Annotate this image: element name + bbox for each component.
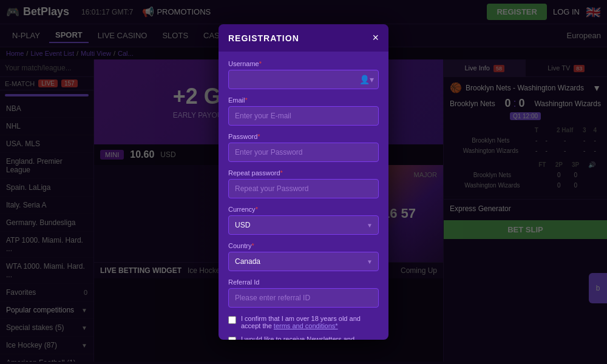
terms-checkbox-row: I confirm that I am over 18 years old an… xyxy=(228,315,379,329)
currency-select[interactable]: USD EUR GBP CAD xyxy=(228,215,379,235)
password-group: Password* xyxy=(228,133,379,162)
modal-body: Username* 👤▾ Email* Password* xyxy=(219,52,388,340)
modal-overlay[interactable]: REGISTRATION × Username* 👤▾ Email* xyxy=(0,0,607,364)
email-label: Email* xyxy=(228,96,379,104)
terms-text: I confirm that I am over 18 years old an… xyxy=(241,315,379,329)
country-select-wrapper: Canada USA UK Australia xyxy=(228,252,379,271)
modal-title: REGISTRATION xyxy=(228,33,299,43)
newsletter-text: I would like to receive Newsletters and … xyxy=(241,335,379,340)
terms-checkbox[interactable] xyxy=(228,316,236,324)
repeat-password-label: Repeat password* xyxy=(228,169,379,177)
currency-group: Currency* USD EUR GBP CAD xyxy=(228,206,379,235)
registration-modal: REGISTRATION × Username* 👤▾ Email* xyxy=(219,24,388,340)
country-select[interactable]: Canada USA UK Australia xyxy=(228,252,379,271)
newsletter-checkbox-row: I would like to receive Newsletters and … xyxy=(228,335,379,340)
newsletter-checkbox[interactable] xyxy=(228,337,236,340)
currency-label: Currency* xyxy=(228,206,379,213)
referral-group: Referral Id xyxy=(228,278,379,308)
modal-close-button[interactable]: × xyxy=(372,32,379,44)
email-group: Email* xyxy=(228,96,379,126)
country-group: Country* Canada USA UK Australia xyxy=(228,242,379,271)
repeat-password-group: Repeat password* xyxy=(228,169,379,198)
password-label: Password* xyxy=(228,133,379,140)
user-icon: 👤▾ xyxy=(359,75,374,84)
referral-label: Referral Id xyxy=(228,278,379,286)
password-input[interactable] xyxy=(228,143,379,162)
currency-select-wrapper: USD EUR GBP CAD xyxy=(228,215,379,235)
terms-link[interactable]: terms and conditions* xyxy=(274,322,338,329)
referral-input[interactable] xyxy=(228,288,379,308)
modal-header: REGISTRATION × xyxy=(219,24,388,52)
username-group: Username* 👤▾ xyxy=(228,60,379,89)
username-input[interactable] xyxy=(228,70,379,89)
username-input-wrapper: 👤▾ xyxy=(228,70,379,89)
country-label: Country* xyxy=(228,242,379,249)
repeat-password-input[interactable] xyxy=(228,179,379,198)
username-label: Username* xyxy=(228,60,379,67)
email-input[interactable] xyxy=(228,106,379,126)
